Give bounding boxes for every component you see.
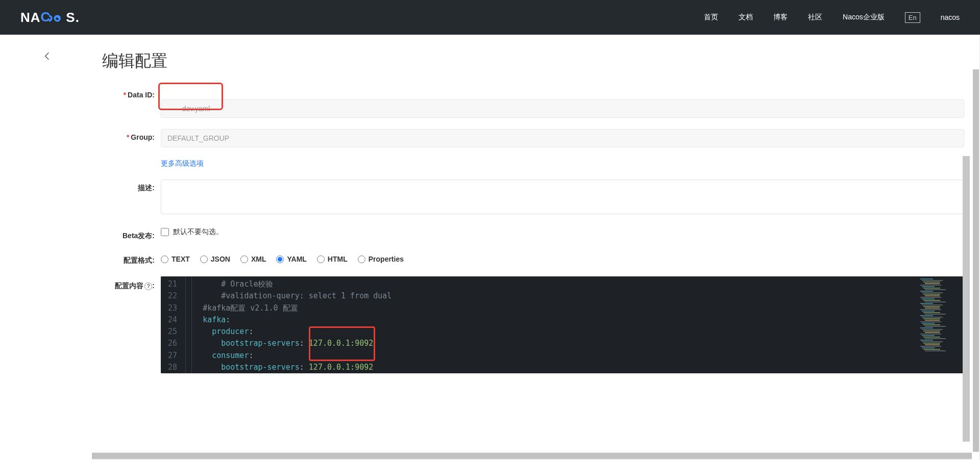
nacos-logo[interactable]: NACS. xyxy=(20,9,80,25)
label-content: 配置内容?: xyxy=(102,276,161,291)
page-vertical-scrollbar[interactable] xyxy=(972,69,980,452)
nav-community[interactable]: 社区 xyxy=(808,13,822,22)
nav-home[interactable]: 首页 xyxy=(704,13,718,22)
code-line[interactable]: consumer: xyxy=(192,350,918,362)
code-line[interactable]: # Oracle校验 xyxy=(192,278,918,290)
label-format: 配置格式: xyxy=(102,252,161,265)
input-desc[interactable] xyxy=(161,180,964,214)
user-menu[interactable]: nacos xyxy=(941,13,960,21)
code-line[interactable]: #validation-query: select 1 from dual xyxy=(192,290,918,302)
label-group: *Group: xyxy=(102,129,161,141)
editor-minimap[interactable] xyxy=(918,276,964,373)
main-content: 编辑配置 *Data ID: *Group: 更多高级选项 xyxy=(92,35,980,460)
page-title: 编辑配置 xyxy=(102,50,964,72)
checkbox-beta[interactable] xyxy=(161,228,169,236)
code-line[interactable]: #kafka配置 v2.1.0 配置 xyxy=(192,302,918,314)
row-group: *Group: xyxy=(102,129,964,147)
language-toggle[interactable]: En xyxy=(905,12,920,23)
help-icon[interactable]: ? xyxy=(144,283,152,290)
row-content: 配置内容?: 2122232425262728293031 # Oracle校验… xyxy=(102,276,964,373)
header-nav: 首页 文档 博客 社区 Nacos企业版 En nacos xyxy=(704,12,960,23)
inner-scrollbar-thumb[interactable] xyxy=(963,156,970,442)
row-data-id: *Data ID: xyxy=(102,87,964,118)
inner-vertical-scrollbar[interactable] xyxy=(963,69,970,460)
code-line[interactable]: bootstrap-servers: 127.0.0.1:9092 xyxy=(192,338,918,349)
advanced-options-link[interactable]: 更多高级选项 xyxy=(161,159,204,167)
chevron-left-icon xyxy=(42,51,52,61)
nav-enterprise[interactable]: Nacos企业版 xyxy=(843,13,885,22)
format-radio-json[interactable]: JSON xyxy=(200,255,230,263)
format-radio-yaml[interactable]: YAML xyxy=(276,255,306,263)
format-radio-html[interactable]: HTML xyxy=(317,255,348,263)
sidebar xyxy=(0,35,92,460)
format-radio-xml[interactable]: XML xyxy=(240,255,266,263)
code-editor[interactable]: 2122232425262728293031 # Oracle校验 #valid… xyxy=(161,276,964,373)
editor-gutter: 2122232425262728293031 xyxy=(161,276,182,373)
label-data-id: *Data ID: xyxy=(102,87,161,99)
scrollbar-thumb[interactable] xyxy=(973,69,979,452)
beta-hint: 默认不要勾选。 xyxy=(173,227,223,237)
row-desc: 描述: xyxy=(102,180,964,216)
editor-code-area[interactable]: # Oracle校验 #validation-query: select 1 f… xyxy=(192,276,918,373)
format-radio-properties[interactable]: Properties xyxy=(358,255,404,263)
nav-blog[interactable]: 博客 xyxy=(773,13,788,22)
input-group[interactable] xyxy=(161,129,964,147)
body-wrap: 编辑配置 *Data ID: *Group: 更多高级选项 xyxy=(0,35,980,460)
code-line[interactable]: bootstrap-servers: 127.0.0.1:9092 xyxy=(192,362,918,373)
row-advanced: 更多高级选项 xyxy=(102,159,964,168)
code-line[interactable]: kafka: xyxy=(192,314,918,326)
row-beta: Beta发布: 默认不要勾选。 xyxy=(102,227,964,241)
row-format: 配置格式: TEXTJSONXMLYAMLHTMLProperties xyxy=(102,252,964,265)
code-line[interactable]: producer: xyxy=(192,326,918,338)
format-radio-text[interactable]: TEXT xyxy=(161,255,190,263)
back-button[interactable] xyxy=(42,51,52,63)
label-beta: Beta发布: xyxy=(102,227,161,241)
nav-docs[interactable]: 文档 xyxy=(739,13,753,22)
app-header: NACS. 首页 文档 博客 社区 Nacos企业版 En nacos xyxy=(0,0,980,35)
format-radio-group: TEXTJSONXMLYAMLHTMLProperties xyxy=(161,252,964,263)
input-data-id[interactable] xyxy=(161,99,964,118)
editor-fold-bar xyxy=(182,276,192,373)
label-desc: 描述: xyxy=(102,180,161,193)
page-horizontal-scrollbar[interactable] xyxy=(92,452,972,460)
h-scrollbar-thumb[interactable] xyxy=(92,453,972,459)
